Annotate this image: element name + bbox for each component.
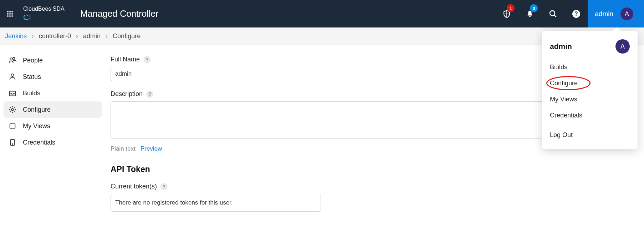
tray-icon — [9, 89, 16, 97]
sidebar: People Status Builds Configure My Views — [0, 45, 105, 221]
dropdown-item-label: Log Out — [550, 131, 573, 138]
top-header: CloudBees SDA CI Managed Controller 1 3 … — [0, 0, 644, 27]
shield-alert-icon[interactable]: 1 — [495, 0, 518, 27]
user-menu-button[interactable]: admin A — [588, 0, 644, 27]
svg-point-9 — [529, 16, 531, 17]
dropdown-item-configure[interactable]: Configure — [542, 75, 638, 91]
preview-link[interactable]: Preview — [140, 145, 162, 152]
person-icon — [9, 73, 16, 81]
svg-rect-19 — [10, 124, 15, 128]
svg-point-14 — [10, 58, 12, 60]
sidebar-item-label: Configure — [23, 106, 51, 114]
chevron-right-icon: › — [28, 32, 37, 40]
sidebar-item-credentials[interactable]: Credentials — [4, 134, 102, 151]
sidebar-item-label: Credentials — [23, 139, 55, 146]
svg-point-21 — [12, 143, 13, 144]
gear-icon — [9, 106, 16, 114]
avatar: A — [620, 7, 633, 20]
dropdown-item-my-views[interactable]: My Views — [542, 91, 638, 107]
svg-point-5 — [11, 13, 13, 15]
user-label: admin — [595, 10, 613, 18]
help-icon[interactable]: ? — [160, 183, 168, 190]
dropdown-item-credentials[interactable]: Credentials — [542, 107, 638, 123]
svg-point-3 — [7, 13, 9, 15]
breadcrumb-admin[interactable]: admin — [82, 32, 102, 40]
dropdown-title: admin — [550, 42, 572, 51]
dropdown-item-label: Configure — [550, 80, 578, 87]
api-token-heading: API Token — [111, 165, 630, 174]
chevron-right-icon: › — [102, 32, 111, 40]
user-dropdown: admin A Builds Configure My Views Creden… — [542, 31, 638, 149]
svg-point-8 — [11, 15, 13, 17]
plain-text-label: Plain text — [111, 145, 136, 152]
chevron-right-icon: › — [72, 32, 82, 40]
header-actions: 1 3 ? — [495, 0, 588, 27]
brand-block[interactable]: CloudBees SDA CI — [20, 6, 77, 22]
bell-icon[interactable]: 3 — [518, 0, 541, 27]
svg-point-6 — [7, 15, 9, 17]
svg-point-18 — [11, 109, 14, 111]
svg-point-0 — [7, 11, 9, 12]
people-icon — [9, 56, 16, 64]
sidebar-item-status[interactable]: Status — [4, 69, 102, 85]
svg-point-2 — [11, 11, 13, 12]
dropdown-item-builds[interactable]: Builds — [542, 59, 638, 75]
help-icon[interactable]: ? — [143, 56, 150, 63]
phone-lock-icon — [9, 138, 16, 146]
sidebar-item-label: People — [23, 57, 43, 64]
svg-rect-17 — [10, 91, 16, 96]
svg-point-4 — [9, 13, 11, 15]
breadcrumb-configure[interactable]: Configure — [111, 32, 142, 40]
description-label: Description — [111, 90, 143, 98]
brand-top-label: CloudBees SDA — [23, 6, 77, 12]
tokens-box: There are no registered tokens for this … — [111, 194, 321, 212]
brand-sub-label: CI — [23, 13, 77, 22]
breadcrumb-jenkins[interactable]: Jenkins — [4, 32, 28, 40]
sidebar-item-people[interactable]: People — [4, 52, 102, 69]
dropdown-item-label: My Views — [550, 96, 577, 103]
page-title: Managed Controller — [80, 9, 159, 19]
sidebar-item-label: My Views — [23, 122, 50, 130]
dropdown-item-label: Builds — [550, 64, 567, 71]
current-tokens-label: Current token(s) — [111, 183, 157, 190]
square-icon — [9, 122, 16, 130]
help-icon[interactable]: ? — [564, 0, 588, 27]
bell-badge: 3 — [530, 4, 538, 12]
dropdown-item-log-out[interactable]: Log Out — [542, 127, 638, 143]
svg-point-1 — [9, 11, 11, 12]
sidebar-item-my-views[interactable]: My Views — [4, 118, 102, 134]
svg-point-7 — [9, 15, 11, 17]
sidebar-item-label: Builds — [23, 90, 40, 97]
sidebar-item-builds[interactable]: Builds — [4, 85, 102, 101]
shield-badge: 1 — [507, 4, 515, 12]
svg-line-11 — [554, 15, 556, 17]
breadcrumb-controller[interactable]: controller-0 — [37, 32, 72, 40]
sidebar-item-label: Status — [23, 73, 41, 81]
help-icon[interactable]: ? — [146, 91, 153, 98]
svg-point-15 — [13, 57, 15, 60]
svg-point-16 — [11, 74, 14, 76]
svg-text:?: ? — [574, 11, 578, 17]
dropdown-item-label: Credentials — [550, 112, 582, 119]
full-name-label: Full Name — [111, 56, 140, 63]
sidebar-item-configure[interactable]: Configure — [4, 101, 102, 118]
apps-menu-icon[interactable] — [0, 11, 20, 17]
search-icon[interactable] — [541, 0, 564, 27]
dropdown-avatar: A — [615, 39, 630, 54]
svg-point-10 — [550, 11, 555, 16]
